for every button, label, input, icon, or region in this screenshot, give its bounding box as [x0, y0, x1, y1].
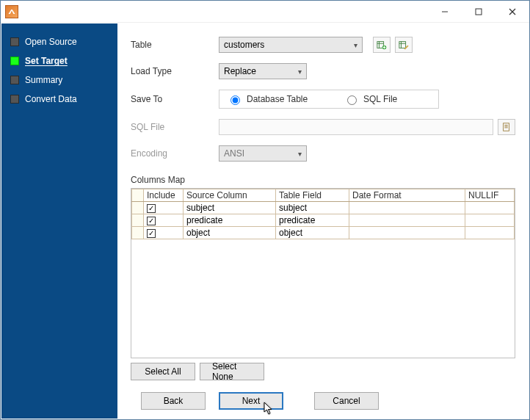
titlebar [1, 1, 529, 23]
table-row[interactable]: predicatepredicate [132, 214, 515, 227]
encoding-dropdown: ANSI ▾ [219, 145, 307, 162]
target-cell[interactable]: object [276, 227, 349, 239]
step-summary[interactable]: Summary [1, 70, 117, 90]
include-checkbox[interactable] [147, 229, 156, 238]
loadtype-label: Load Type [131, 66, 219, 76]
include-cell[interactable] [144, 227, 184, 239]
sqlfile-input[interactable] [219, 119, 493, 135]
loadtype-value: Replace [224, 66, 256, 76]
new-table-button[interactable] [373, 37, 391, 53]
grid-header-row: Include Source Column Table Field Date F… [132, 189, 515, 202]
row-header[interactable] [132, 202, 144, 214]
next-button[interactable]: Next [219, 392, 283, 410]
col-nullif[interactable]: NULLIF [465, 189, 515, 202]
include-checkbox[interactable] [147, 204, 156, 213]
source-cell[interactable]: predicate [184, 214, 276, 227]
include-cell[interactable] [144, 214, 184, 227]
nullif-cell[interactable] [465, 227, 515, 239]
encoding-label: Encoding [131, 148, 219, 159]
app-window: Open Source Set Target Summary Convert D… [0, 0, 530, 420]
step-label: Open Source [25, 37, 77, 47]
grid-corner [132, 189, 144, 202]
columns-map-grid: Include Source Column Table Field Date F… [131, 188, 515, 358]
sqlfile-label: SQL File [131, 122, 219, 132]
step-convert-data[interactable]: Convert Data [1, 90, 117, 109]
col-source[interactable]: Source Column [184, 189, 276, 202]
step-label: Summary [25, 75, 62, 85]
table-label: Table [131, 40, 219, 50]
source-cell[interactable]: object [184, 227, 276, 239]
datefmt-cell[interactable] [349, 227, 465, 239]
table-dropdown[interactable]: customers ▾ [219, 37, 363, 53]
saveto-group: Database Table SQL File [219, 90, 439, 109]
table-row[interactable]: subjectsubject [132, 202, 515, 214]
main-panel: Table customers ▾ Load Type Replace [117, 23, 529, 419]
chevron-down-icon: ▾ [352, 41, 359, 49]
select-none-button[interactable]: Select None [200, 363, 264, 380]
cancel-button[interactable]: Cancel [314, 392, 379, 410]
step-label: Set Target [25, 56, 68, 66]
minimize-button[interactable] [428, 1, 462, 23]
saveto-sql-radio[interactable]: SQL File [344, 93, 431, 105]
table-value: customers [224, 40, 264, 50]
table-row[interactable]: objectobject [132, 227, 515, 239]
col-target[interactable]: Table Field [276, 189, 349, 202]
chevron-down-icon: ▾ [296, 68, 303, 76]
target-cell[interactable]: predicate [276, 214, 349, 227]
chevron-down-icon: ▾ [296, 150, 303, 158]
svg-rect-10 [399, 42, 406, 48]
app-icon [5, 5, 18, 18]
browse-file-button[interactable] [498, 119, 515, 135]
loadtype-dropdown[interactable]: Replace ▾ [219, 63, 307, 79]
maximize-button[interactable] [462, 1, 495, 23]
radio-input[interactable] [347, 95, 357, 105]
encoding-value: ANSI [224, 148, 244, 159]
grid-empty-area [131, 239, 515, 358]
col-datefmt[interactable]: Date Format [349, 189, 465, 202]
saveto-db-radio[interactable]: Database Table [227, 93, 314, 105]
datefmt-cell[interactable] [349, 202, 465, 214]
close-button[interactable] [495, 1, 529, 23]
edit-table-button[interactable] [395, 37, 413, 53]
step-label: Convert Data [25, 94, 77, 104]
datefmt-cell[interactable] [349, 214, 465, 227]
include-cell[interactable] [144, 202, 184, 214]
nullif-cell[interactable] [465, 214, 515, 227]
svg-rect-1 [476, 9, 482, 15]
col-include[interactable]: Include [144, 189, 184, 202]
source-cell[interactable]: subject [184, 202, 276, 214]
row-header[interactable] [132, 214, 144, 227]
wizard-steps-sidebar: Open Source Set Target Summary Convert D… [1, 23, 117, 419]
columns-map-label: Columns Map [131, 175, 515, 185]
step-open-source[interactable]: Open Source [1, 32, 117, 51]
nullif-cell[interactable] [465, 202, 515, 214]
radio-input[interactable] [230, 95, 240, 105]
row-header[interactable] [132, 227, 144, 239]
step-set-target[interactable]: Set Target [1, 51, 117, 70]
include-checkbox[interactable] [147, 217, 156, 225]
saveto-label: Save To [131, 94, 219, 104]
svg-rect-13 [504, 123, 509, 131]
back-button[interactable]: Back [141, 392, 206, 410]
select-all-button[interactable]: Select All [131, 363, 195, 380]
target-cell[interactable]: subject [276, 202, 349, 214]
